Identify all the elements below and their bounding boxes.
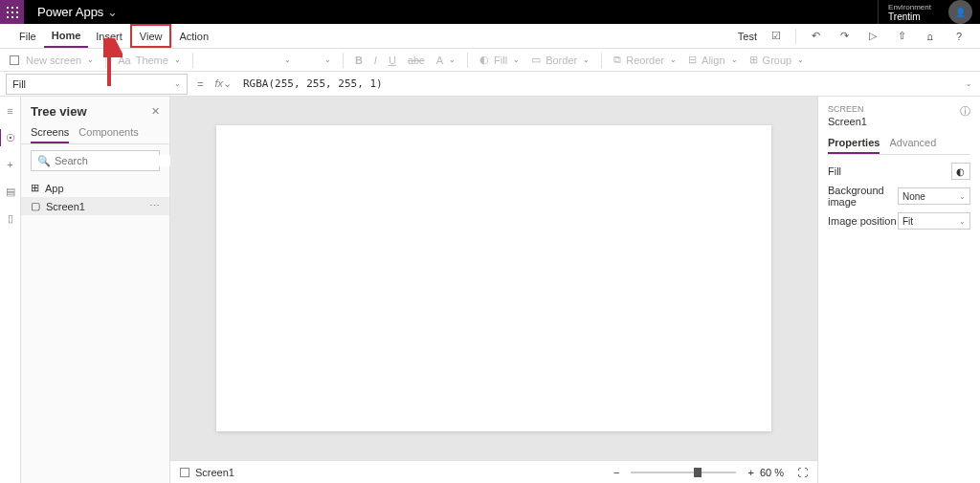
bold-button[interactable]: B [355, 55, 363, 66]
zoom-value: 60 % [760, 467, 784, 478]
reorder-button[interactable]: ⧉ Reorder⌄ [613, 54, 677, 66]
theme-button[interactable]: Aа Theme⌄ [118, 55, 181, 66]
prop-imgpos-label: Image position [828, 215, 897, 227]
align-button[interactable]: ⊟ Align⌄ [688, 54, 738, 66]
svg-rect-8 [16, 16, 18, 18]
separator [192, 53, 193, 68]
svg-rect-6 [7, 16, 9, 18]
zoom-out-button[interactable]: − [613, 467, 619, 478]
test-button[interactable]: Test [738, 31, 757, 42]
new-screen-button[interactable]: New screen⌄ [10, 55, 94, 66]
search-input[interactable] [55, 155, 187, 166]
rail-data-icon[interactable]: ▤ [4, 185, 17, 198]
separator [795, 29, 796, 44]
prop-imgpos-dropdown[interactable]: Fit⌄ [898, 212, 970, 230]
separator [467, 53, 468, 68]
canvas-screen[interactable] [216, 125, 771, 431]
tab-view[interactable]: View [130, 24, 172, 48]
equals-label: = [191, 78, 209, 90]
avatar[interactable]: 👤 [948, 0, 972, 24]
tree-item-screen1[interactable]: ▢ Screen1 ⋯ [21, 197, 169, 215]
rail-media-icon[interactable]: ▯ [4, 211, 17, 225]
app-icon: ⊞ [31, 182, 39, 194]
select-screen-checkbox[interactable] [180, 468, 189, 477]
property-selector[interactable]: Fill⌄ [6, 74, 188, 95]
prop-fill-label: Fill [828, 165, 841, 177]
close-icon[interactable]: ✕ [151, 105, 160, 118]
svg-rect-4 [11, 11, 13, 13]
status-screen-label: Screen1 [195, 467, 234, 478]
tree-title: Tree view [31, 104, 87, 119]
prop-fill-control[interactable]: ◐ [951, 163, 970, 180]
fontsize-select[interactable]: ⌄ [302, 55, 331, 64]
tree-search[interactable]: 🔍 [31, 150, 160, 171]
rpanel-tab-advanced[interactable]: Advanced [889, 133, 936, 154]
rail-tree-icon[interactable]: ☉ [4, 131, 17, 144]
undo-icon[interactable]: ↶ [806, 27, 825, 46]
font-select[interactable]: ⌄ [205, 55, 291, 64]
rail-insert-icon[interactable]: + [4, 158, 17, 171]
svg-rect-7 [11, 16, 13, 18]
more-icon[interactable]: ⋯ [149, 200, 160, 212]
fontcolor-button[interactable]: A⌄ [436, 55, 456, 66]
tab-insert[interactable]: Insert [88, 24, 130, 48]
group-button[interactable]: ⊞ Group⌄ [749, 54, 805, 66]
svg-rect-0 [7, 7, 9, 9]
fx-label: fx⌄ [209, 77, 237, 90]
fill-button[interactable]: ◐ Fill⌄ [479, 54, 520, 66]
formula-input[interactable]: RGBA(255, 255, 255, 1) [237, 77, 962, 90]
border-button[interactable]: ▭ Border⌄ [531, 54, 590, 66]
separator [343, 53, 344, 68]
chevron-down-icon: ⌄ [107, 5, 118, 19]
italic-button[interactable]: I [374, 55, 377, 66]
app-checker-icon[interactable]: ☑ [767, 27, 786, 46]
prop-bgimage-label: Background image [828, 185, 898, 208]
separator [601, 53, 602, 68]
rail-hamburger-icon[interactable]: ≡ [4, 104, 17, 118]
tree-item-app[interactable]: ⊞ App [21, 179, 169, 197]
search-icon: 🔍 [37, 155, 51, 167]
screen-icon: ▢ [31, 200, 40, 212]
svg-rect-5 [16, 11, 18, 13]
info-icon[interactable]: ⓘ [960, 104, 970, 133]
tab-file[interactable]: File [11, 24, 44, 48]
fit-icon[interactable]: ⛶ [797, 467, 808, 478]
svg-rect-1 [11, 7, 13, 9]
zoom-in-button[interactable]: + [747, 467, 753, 478]
strike-button[interactable]: abc [408, 55, 425, 66]
tab-action[interactable]: Action [171, 24, 216, 48]
app-launcher-icon[interactable] [0, 0, 24, 24]
rpanel-object-name: Screen1 [828, 116, 867, 127]
tab-home[interactable]: Home [44, 24, 89, 48]
redo-icon[interactable]: ↷ [835, 27, 854, 46]
svg-rect-3 [7, 11, 9, 13]
brand-title[interactable]: Power Apps⌄ [24, 5, 131, 19]
tree-tab-screens[interactable]: Screens [31, 122, 69, 143]
separator [105, 53, 106, 68]
rpanel-tab-properties[interactable]: Properties [828, 133, 880, 154]
environment-picker[interactable]: Environment Trentim [878, 0, 941, 24]
expand-formula-icon[interactable]: ⌄ [966, 79, 972, 88]
preview-icon[interactable]: ▷ [863, 27, 882, 46]
svg-rect-2 [16, 7, 18, 9]
share-icon[interactable]: ⇧ [892, 27, 911, 46]
underline-button[interactable]: U [389, 55, 396, 66]
save-icon[interactable]: ⩍ [921, 27, 940, 46]
zoom-slider[interactable] [631, 472, 736, 473]
tree-tab-components[interactable]: Components [78, 122, 138, 143]
help-icon[interactable]: ? [949, 27, 969, 46]
prop-bgimage-dropdown[interactable]: None⌄ [898, 187, 970, 205]
rpanel-section-label: SCREEN [828, 104, 867, 114]
